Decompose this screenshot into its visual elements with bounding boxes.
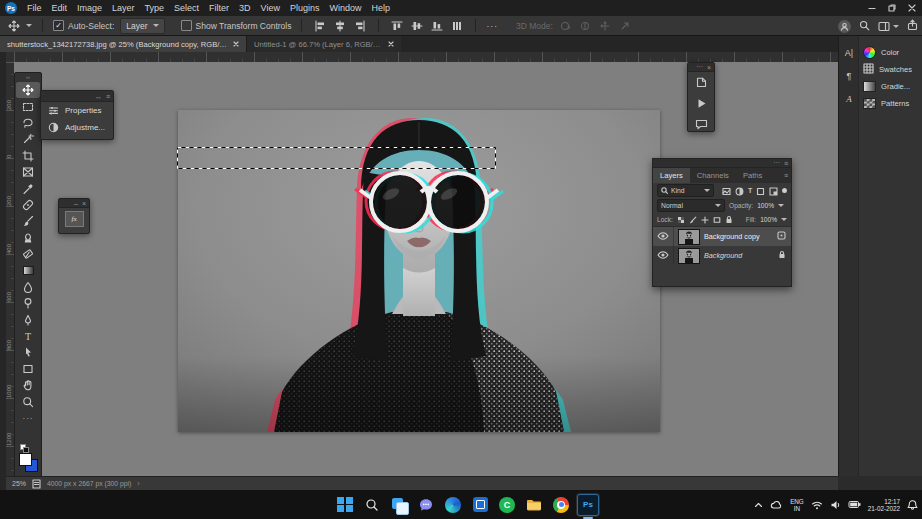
close-icon[interactable]: ×: [707, 64, 711, 71]
rectangle-tool[interactable]: [16, 361, 40, 377]
document-info[interactable]: 4000 px x 2667 px (300 ppi): [47, 480, 131, 487]
document-tab-active[interactable]: shutterstock_1342172738.jpg @ 25% (Backg…: [0, 36, 246, 52]
glyphs-panel-icon[interactable]: A: [839, 90, 859, 107]
search-icon[interactable]: [859, 17, 870, 35]
collapse-icon[interactable]: ↔: [95, 93, 102, 100]
tab-close-icon[interactable]: [233, 41, 239, 47]
filter-shape-layers-icon[interactable]: [756, 182, 765, 200]
taskbar-search-icon[interactable]: [360, 493, 384, 517]
layer-thumbnail[interactable]: [678, 248, 700, 264]
character-panel-icon[interactable]: A|: [839, 44, 859, 61]
document-tab-inactive[interactable]: Untitled-1 @ 66.7% (Layer 6, RGB/8#) *: [246, 36, 401, 52]
menu-item[interactable]: Edit: [47, 0, 73, 16]
camtasia-icon[interactable]: C: [495, 493, 519, 517]
zoom-level-field[interactable]: 25%: [12, 480, 26, 487]
frame-tool[interactable]: [16, 164, 40, 180]
layer-name[interactable]: Background copy: [704, 232, 760, 241]
restore-icon[interactable]: [882, 0, 902, 16]
notification-bell-icon[interactable]: [907, 499, 918, 511]
move-tool-option-icon[interactable]: [6, 18, 22, 34]
status-expand-icon[interactable]: ›: [137, 480, 139, 487]
swatches-panel-button[interactable]: Swatches: [859, 61, 922, 78]
filter-smart-objects-icon[interactable]: [769, 182, 778, 200]
gradient-tool[interactable]: [16, 262, 40, 278]
align-top-icon[interactable]: [389, 18, 405, 34]
more-options-button[interactable]: ···: [486, 21, 498, 31]
properties-panel-button[interactable]: Properties: [41, 102, 113, 119]
wifi-icon[interactable]: [811, 500, 823, 510]
fx-thumbnail[interactable]: fx: [65, 211, 84, 227]
default-colors-icon[interactable]: [20, 444, 27, 451]
auto-select-checkbox[interactable]: ✓: [53, 20, 64, 31]
align-right-icon[interactable]: [352, 18, 368, 34]
filter-type-layers-icon[interactable]: T: [748, 187, 752, 194]
eyedropper-tool[interactable]: [16, 180, 40, 196]
language-indicator[interactable]: ENGIN: [790, 498, 804, 512]
layer-row-background[interactable]: Background: [653, 246, 791, 265]
distribute-icon[interactable]: [449, 18, 465, 34]
hand-tool[interactable]: [16, 377, 40, 393]
history-icon[interactable]: [695, 75, 708, 93]
layer-row-background-copy[interactable]: Background copy: [653, 227, 791, 246]
clock-date[interactable]: 12:1721-02-2022: [868, 498, 900, 512]
rectangular-marquee-tool[interactable]: [16, 98, 40, 114]
lasso-tool[interactable]: [16, 115, 40, 131]
lock-artboard-icon[interactable]: [713, 210, 721, 228]
menu-item[interactable]: View: [256, 0, 285, 16]
dodge-tool[interactable]: [16, 295, 40, 311]
workspace-switcher-icon[interactable]: [878, 21, 899, 32]
opacity-caret-icon[interactable]: [778, 204, 784, 207]
filter-pixel-layers-icon[interactable]: [722, 182, 731, 200]
menu-item[interactable]: Type: [140, 0, 170, 16]
zoom-tool[interactable]: [16, 393, 40, 409]
menu-item[interactable]: Plugins: [285, 0, 325, 16]
blue-app-icon[interactable]: [468, 493, 492, 517]
menu-item[interactable]: Window: [325, 0, 367, 16]
align-left-icon[interactable]: [312, 18, 328, 34]
opacity-value[interactable]: 100%: [757, 202, 774, 209]
edge-browser-icon[interactable]: [441, 493, 465, 517]
tool-preset-caret-icon[interactable]: [26, 24, 32, 27]
eraser-tool[interactable]: [16, 246, 40, 262]
photoshop-taskbar-icon[interactable]: Ps: [576, 493, 600, 517]
file-explorer-icon[interactable]: [522, 493, 546, 517]
foreground-color-swatch[interactable]: [19, 453, 32, 466]
menu-item[interactable]: Select: [169, 0, 204, 16]
crop-tool[interactable]: [16, 148, 40, 164]
tab-close-icon[interactable]: [388, 41, 394, 47]
edit-toolbar-button[interactable]: ···: [16, 410, 40, 426]
toolbar-grip[interactable]: ››: [26, 73, 30, 82]
align-middle-icon[interactable]: [409, 18, 425, 34]
menu-item[interactable]: Layer: [107, 0, 140, 16]
menu-item[interactable]: Filter: [204, 0, 234, 16]
patterns-panel-button[interactable]: Patterns: [859, 95, 922, 112]
onedrive-cloud-icon[interactable]: [770, 500, 783, 510]
move-tool[interactable]: [16, 82, 40, 98]
foreground-background-swatches[interactable]: [19, 453, 37, 471]
auto-select-target-dropdown[interactable]: Layer: [120, 18, 164, 34]
color-panel-button[interactable]: Color: [859, 44, 922, 61]
filter-adjustment-layers-icon[interactable]: [735, 182, 744, 200]
battery-icon[interactable]: [848, 500, 861, 509]
lock-position-icon[interactable]: [701, 210, 709, 228]
collapse-icon[interactable]: ⋯: [773, 159, 780, 167]
start-button-icon[interactable]: [333, 493, 357, 517]
gradients-panel-button[interactable]: Gradie...: [859, 78, 922, 95]
layer-thumbnail[interactable]: [678, 229, 700, 245]
volume-icon[interactable]: [830, 500, 841, 510]
close-icon[interactable]: ×: [82, 200, 86, 207]
menu-item[interactable]: Help: [367, 0, 396, 16]
type-tool[interactable]: T: [16, 328, 40, 344]
actions-play-icon[interactable]: [695, 96, 708, 114]
close-window-icon[interactable]: [902, 0, 922, 16]
path-selection-tool[interactable]: [16, 344, 40, 360]
menu-item[interactable]: Image: [72, 0, 107, 16]
menu-item[interactable]: 3D: [234, 0, 256, 16]
menu-item[interactable]: File: [22, 0, 47, 16]
visibility-eye-icon[interactable]: [657, 231, 669, 243]
paragraph-panel-icon[interactable]: ¶: [839, 67, 859, 84]
layer-name[interactable]: Background: [704, 251, 742, 260]
brush-tool[interactable]: [16, 213, 40, 229]
selection-marching-ants[interactable]: [177, 147, 496, 169]
lock-all-icon[interactable]: [725, 210, 733, 228]
